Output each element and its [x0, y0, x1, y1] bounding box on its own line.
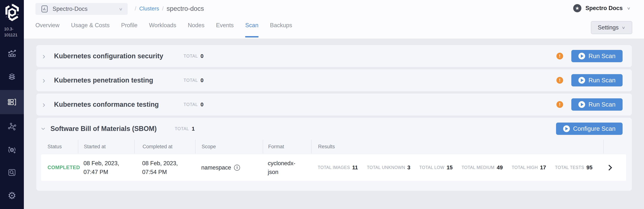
expand-chevron-icon[interactable]: › — [42, 100, 49, 108]
sbom-table-row[interactable]: COMPLETED 08 Feb, 2023, 07:47 PM 08 Feb,… — [41, 154, 626, 181]
sidebar-item-workspaces[interactable] — [0, 116, 24, 137]
breadcrumb-separator: / — [135, 6, 136, 12]
column-header-results: Results — [311, 140, 604, 154]
run-scan-button[interactable]: Run Scan — [571, 98, 622, 111]
warning-icon — [556, 77, 563, 84]
collapse-chevron-icon[interactable]: › — [40, 128, 48, 130]
tab-backups[interactable]: Backups — [270, 22, 292, 38]
column-header-format: Format — [263, 140, 311, 154]
system-orbit-icon — [7, 145, 17, 155]
total-value: 0 — [200, 102, 204, 108]
sidebar-item-system[interactable] — [0, 140, 24, 160]
tab-overview[interactable]: Overview — [36, 22, 60, 38]
result-total-unknown: TOTAL UNKNOWN 3 — [367, 164, 410, 171]
panel-conformance-testing: › Kubernetes conformance testing TOTAL 0… — [36, 94, 632, 116]
sbom-header: › Software Bill of Materials (SBOM) TOTA… — [36, 118, 632, 140]
project-selector[interactable]: Spectro-Docs ∨ — [36, 3, 128, 15]
result-total-high: TOTAL HIGH 17 — [512, 164, 546, 171]
sidebar-item-clusters[interactable] — [0, 90, 24, 114]
result-label: TOTAL UNKNOWN — [367, 165, 405, 170]
star-icon: ★ — [573, 4, 582, 12]
sidebar-item-audit[interactable] — [0, 162, 24, 182]
started-at-value: 08 Feb, 2023, 07:47 PM — [84, 159, 129, 176]
total-label: TOTAL — [184, 102, 198, 107]
warning-icon — [556, 101, 563, 108]
configure-scan-label: Configure Scan — [573, 125, 616, 132]
result-value: 49 — [497, 164, 503, 171]
sidebar-item-settings[interactable]: ⚙ — [0, 185, 24, 206]
version-label: 10.3-101121 — [4, 26, 18, 38]
row-completed-cell: 08 Feb, 2023, 07:54 PM — [134, 159, 195, 176]
scope-value: namespace — [201, 164, 231, 171]
panel-title-group: Kubernetes configuration security — [49, 52, 184, 60]
row-started-cell: 08 Feb, 2023, 07:47 PM — [78, 159, 134, 176]
palette-logo-icon — [4, 3, 20, 22]
tab-profile[interactable]: Profile — [121, 22, 138, 38]
panel-actions: Run Scan — [556, 50, 622, 62]
panel-actions: Run Scan — [556, 74, 622, 86]
panel-title-group: Kubernetes conformance testing — [49, 100, 184, 108]
panel-actions: Run Scan — [556, 98, 622, 111]
total-value: 0 — [200, 77, 204, 84]
row-format-cell: cyclonedx-json — [263, 159, 311, 176]
palette-logo[interactable] — [4, 3, 20, 22]
play-icon — [578, 77, 585, 84]
tab-bar: Overview Usage & Costs Profile Workloads… — [36, 22, 292, 38]
expand-chevron-icon[interactable]: › — [42, 52, 49, 60]
account-name: Spectro Docs — [586, 5, 623, 12]
sbom-table-header: Status Started at Completed at Scope For… — [36, 140, 632, 154]
breadcrumb-current: spectro-docs — [166, 5, 204, 12]
tab-usage-costs[interactable]: Usage & Costs — [71, 22, 110, 38]
configure-scan-button[interactable]: Configure Scan — [556, 122, 622, 135]
panel-config-security: › Kubernetes configuration security TOTA… — [36, 45, 632, 67]
expand-chevron-icon[interactable]: › — [42, 76, 49, 84]
breadcrumb-separator: / — [162, 6, 164, 12]
clusters-icon — [7, 97, 17, 107]
info-icon[interactable] — [234, 165, 240, 171]
result-label: TOTAL HIGH — [512, 165, 538, 170]
chevron-down-icon: ∨ — [119, 7, 123, 11]
sidebar: 10.3-101121 — [0, 0, 24, 209]
profiles-stack-icon — [7, 72, 17, 82]
audit-search-icon — [7, 167, 17, 177]
result-value: 95 — [586, 164, 592, 171]
panel-title-group: Software Bill of Materials (SBOM) — [45, 125, 175, 133]
result-label: TOTAL TESTS — [555, 165, 584, 170]
result-label: TOTAL IMAGES — [318, 165, 350, 170]
run-scan-button[interactable]: Run Scan — [571, 74, 622, 86]
chevron-down-icon: ∨ — [622, 25, 626, 30]
settings-button[interactable]: Settings ∨ — [591, 21, 632, 34]
total-label: TOTAL — [184, 54, 198, 59]
result-total-images: TOTAL IMAGES 11 — [318, 164, 358, 171]
workspaces-network-icon — [7, 122, 17, 132]
total-label: TOTAL — [175, 126, 189, 131]
tab-events[interactable]: Events — [216, 22, 234, 38]
run-scan-button[interactable]: Run Scan — [571, 50, 622, 62]
tab-nodes[interactable]: Nodes — [188, 22, 204, 38]
tab-scan[interactable]: Scan — [245, 22, 258, 38]
run-scan-label: Run Scan — [588, 77, 616, 84]
result-value: 17 — [540, 164, 546, 171]
sidebar-item-monitoring[interactable] — [0, 43, 24, 64]
project-switcher[interactable]: ★ Spectro Docs ∨ — [573, 4, 630, 12]
panel-title: Kubernetes penetration testing — [54, 76, 153, 84]
scan-content: › Kubernetes configuration security TOTA… — [24, 38, 644, 209]
sidebar-item-profiles[interactable] — [0, 67, 24, 87]
tab-workloads[interactable]: Workloads — [149, 22, 176, 38]
result-label: TOTAL LOW — [419, 165, 444, 170]
panel-actions: Configure Scan — [556, 122, 622, 135]
analytics-icon — [7, 48, 17, 58]
status-badge: COMPLETED — [48, 165, 80, 170]
topbar: Spectro-Docs ∨ / Clusters / spectro-docs… — [24, 0, 644, 38]
chevron-down-icon: ∨ — [627, 6, 631, 10]
chevron-right-icon[interactable] — [606, 165, 612, 170]
completed-at-value: 08 Feb, 2023, 07:54 PM — [142, 159, 192, 176]
format-value: cyclonedx-json — [268, 159, 300, 176]
play-icon — [578, 53, 585, 60]
app-root: 10.3-101121 — [0, 0, 644, 209]
breadcrumb-link-clusters[interactable]: Clusters — [139, 6, 159, 12]
result-total-tests: TOTAL TESTS 95 — [555, 164, 592, 171]
row-scope-cell: namespace — [195, 164, 263, 171]
panel-title: Kubernetes conformance testing — [54, 100, 159, 108]
row-open-cell — [604, 166, 626, 170]
